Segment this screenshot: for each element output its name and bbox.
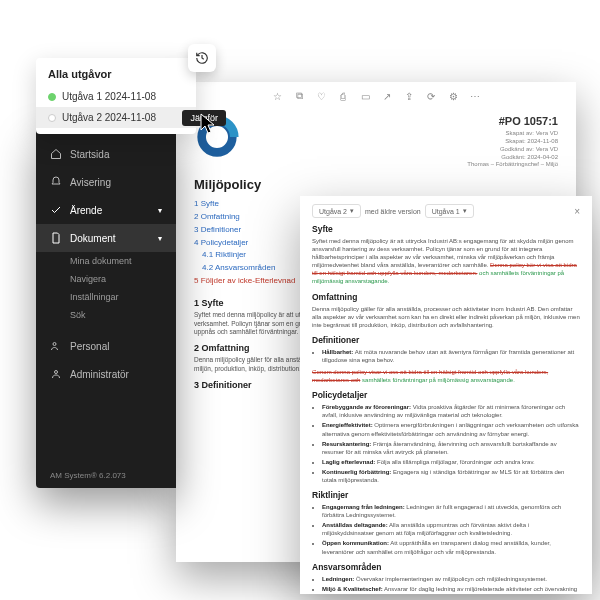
list-item: Anställdas deltagande: Alla anställda up…: [322, 521, 580, 537]
list-item: Förebyggande av föroreningar: Vidta proa…: [322, 403, 580, 419]
sidebar-item-label: Personal: [70, 341, 109, 352]
versions-popover: Alla utgåvor Utgåva 1 2024-11-08 Utgåva …: [36, 58, 196, 134]
compare-heading: Syfte: [312, 224, 580, 234]
sidebar-item-avisering[interactable]: Avisering: [36, 168, 176, 196]
sidebar-sub-item[interactable]: Sök: [36, 306, 176, 324]
list-item: Öppen kommunikation: Att upprätthålla en…: [322, 539, 580, 555]
sidebar-item-dokument[interactable]: Dokument ▾: [36, 224, 176, 252]
document-toolbar: ☆ ⧉ ♡ ⎙ ▭ ↗ ⇪ ⟳ ⚙ ⋯: [176, 82, 576, 108]
history-icon: [195, 51, 209, 65]
compare-text: Syftet med denna miljöpolicy är att uttr…: [312, 237, 580, 286]
sidebar-sub-item[interactable]: Mina dokument: [36, 252, 176, 270]
compare-text: Denna miljöpolicy gäller för alla anstäl…: [312, 305, 580, 329]
sidebar-item-label: Startsida: [70, 149, 109, 160]
versions-title: Alla utgåvor: [36, 58, 196, 86]
link-icon[interactable]: ↗: [381, 90, 393, 102]
copy-icon[interactable]: ⧉: [293, 90, 305, 102]
version-label: Utgåva 2 2024-11-08: [62, 112, 156, 123]
document-header: #PO 1057:1 Skapat av: Vera VD Skapat: 20…: [194, 114, 558, 169]
inserted-text: samhällets förväntningar på miljömässig …: [362, 377, 515, 383]
compare-panel: Utgåva 2 ▾ med äldre version Utgåva 1 ▾ …: [300, 196, 592, 594]
list-item: Miljö & Kvalitetschef: Ansvarar för dagl…: [322, 585, 580, 594]
share-icon[interactable]: ⇪: [403, 90, 415, 102]
document-meta: #PO 1057:1 Skapat av: Vera VD Skapat: 20…: [467, 114, 558, 169]
list-item: Kontinuerlig förbättring: Engagera sig i…: [322, 468, 580, 484]
check-icon: [50, 204, 62, 216]
version-row[interactable]: Utgåva 2 2024-11-08 Jämför: [36, 107, 196, 128]
chevron-down-icon: ▾: [158, 234, 162, 243]
sidebar-item-startsida[interactable]: Startsida: [36, 140, 176, 168]
list-item: Laglig efterlevnad: Följa alla tillämpli…: [322, 458, 580, 466]
list-item: Resurskantering: Främja återanvändning, …: [322, 440, 580, 456]
sidebar-item-label: Ärende: [70, 205, 102, 216]
refresh-icon[interactable]: ⟳: [425, 90, 437, 102]
sidebar-sub-item[interactable]: Inställningar: [36, 288, 176, 306]
version-row[interactable]: Utgåva 1 2024-11-08: [36, 86, 196, 107]
compare-heading: Ansvarsområden: [312, 562, 580, 572]
chevron-down-icon: ▾: [350, 207, 354, 215]
cursor-icon: [200, 113, 218, 135]
compare-right-select[interactable]: Utgåva 1 ▾: [425, 204, 474, 218]
status-dot-draft: [48, 114, 56, 122]
people-icon: [50, 340, 62, 352]
sidebar-item-label: Dokument: [70, 233, 116, 244]
print-icon[interactable]: ⎙: [337, 90, 349, 102]
more-icon[interactable]: ⋯: [469, 90, 481, 102]
sidebar-item-label: Administratör: [70, 369, 129, 380]
home-icon: [50, 148, 62, 160]
window-icon[interactable]: ▭: [359, 90, 371, 102]
version-label: Utgåva 1 2024-11-08: [62, 91, 156, 102]
sidebar: Startsida Avisering Ärende ▾ Dokument ▾ …: [36, 128, 176, 488]
heart-icon[interactable]: ♡: [315, 90, 327, 102]
sidebar-footer: AM System® 6.2.073: [50, 471, 126, 480]
bell-icon: [50, 176, 62, 188]
status-dot-published: [48, 93, 56, 101]
sidebar-item-arende[interactable]: Ärende ▾: [36, 196, 176, 224]
list-item: Energieffektivitet: Optimera energiförbr…: [322, 421, 580, 437]
list-item: Ledningen: Övervakar implementeringen av…: [322, 575, 580, 583]
compare-middle-label: med äldre version: [365, 208, 421, 215]
close-icon[interactable]: ×: [574, 206, 580, 217]
compare-text: Genom denna policy visar vi oss att bidr…: [312, 368, 580, 384]
chevron-down-icon: ▾: [158, 206, 162, 215]
compare-heading: Definitioner: [312, 335, 580, 345]
history-button[interactable]: [188, 44, 216, 72]
compare-left-select[interactable]: Utgåva 2 ▾: [312, 204, 361, 218]
svg-point-0: [53, 343, 56, 346]
document-icon: [50, 232, 62, 244]
svg-point-1: [55, 371, 58, 374]
list-item: Engagemang från ledningen: Ledningen är …: [322, 503, 580, 519]
star-icon[interactable]: ☆: [271, 90, 283, 102]
sidebar-item-personal[interactable]: Personal: [36, 332, 176, 360]
sidebar-item-administrator[interactable]: Administratör: [36, 360, 176, 388]
sidebar-sub-item[interactable]: Navigera: [36, 270, 176, 288]
document-title: Miljöpolicy: [194, 177, 558, 192]
sidebar-item-label: Avisering: [70, 177, 111, 188]
compare-heading: Omfattning: [312, 292, 580, 302]
compare-heading: Riktlinjer: [312, 490, 580, 500]
list-item: Hållbarhet: Att möta nuvarande behov uta…: [322, 348, 580, 364]
document-id: #PO 1057:1: [467, 114, 558, 128]
chevron-down-icon: ▾: [463, 207, 467, 215]
admin-icon: [50, 368, 62, 380]
gear-icon[interactable]: ⚙: [447, 90, 459, 102]
compare-heading: Policydetaljer: [312, 390, 580, 400]
